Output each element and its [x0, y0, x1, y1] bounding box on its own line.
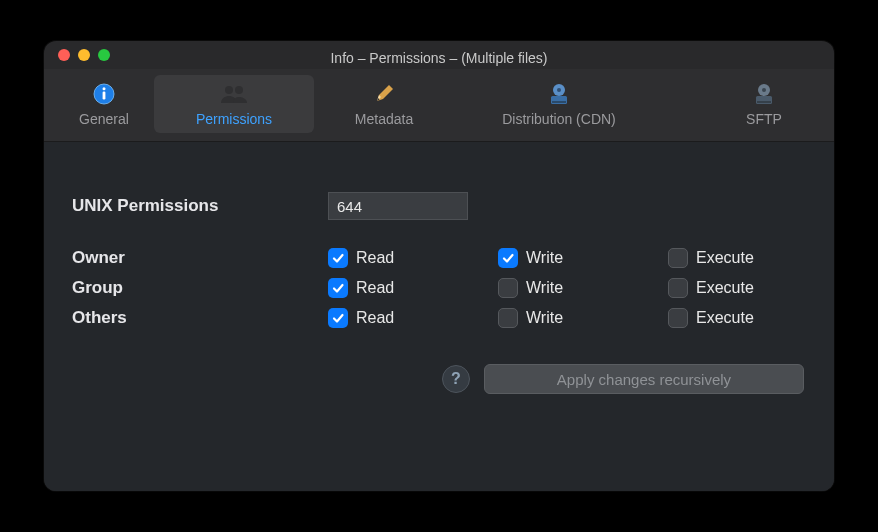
toolbar: General Permissions Metad [44, 69, 834, 142]
checkbox-checked-icon [328, 308, 348, 328]
tab-label: Metadata [355, 111, 413, 127]
svg-rect-9 [552, 101, 566, 103]
others-read-cell[interactable]: Read [328, 308, 498, 328]
checkbox-checked-icon [328, 248, 348, 268]
help-button[interactable]: ? [442, 365, 470, 393]
tab-label: SFTP [746, 111, 782, 127]
perm-text: Execute [696, 309, 754, 327]
svg-rect-13 [757, 101, 771, 103]
question-icon: ? [451, 370, 461, 388]
apply-label: Apply changes recursively [557, 371, 731, 388]
tab-label: General [79, 111, 129, 127]
group-read-cell[interactable]: Read [328, 278, 498, 298]
svg-point-8 [557, 88, 561, 92]
permissions-grid: Owner Read Write Execute Group [72, 248, 806, 328]
svg-point-12 [762, 88, 766, 92]
tab-metadata[interactable]: Metadata [314, 75, 454, 133]
owner-label: Owner [72, 248, 328, 268]
tab-permissions[interactable]: Permissions [154, 75, 314, 133]
disk-icon [548, 81, 570, 107]
owner-execute-cell[interactable]: Execute [668, 248, 834, 268]
perm-text: Write [526, 309, 563, 327]
perm-text: Read [356, 309, 394, 327]
perm-text: Read [356, 279, 394, 297]
perm-text: Execute [696, 279, 754, 297]
tab-label: Distribution (CDN) [502, 111, 616, 127]
checkbox-unchecked-icon [498, 308, 518, 328]
zoom-icon[interactable] [98, 49, 110, 61]
checkbox-unchecked-icon [668, 278, 688, 298]
info-window: Info – Permissions – (Multiple files) Ge… [44, 41, 834, 491]
group-write-cell[interactable]: Write [498, 278, 668, 298]
svg-point-5 [235, 86, 243, 94]
owner-read-cell[interactable]: Read [328, 248, 498, 268]
tab-general[interactable]: General [54, 75, 154, 133]
tab-distribution[interactable]: Distribution (CDN) [454, 75, 664, 133]
tab-label: Permissions [196, 111, 272, 127]
checkbox-unchecked-icon [498, 278, 518, 298]
close-icon[interactable] [58, 49, 70, 61]
disk-icon [753, 81, 775, 107]
checkbox-unchecked-icon [668, 248, 688, 268]
checkbox-checked-icon [498, 248, 518, 268]
perm-text: Write [526, 249, 563, 267]
others-write-cell[interactable]: Write [498, 308, 668, 328]
unix-permissions-row: UNIX Permissions [72, 192, 806, 220]
footer: ? Apply changes recursively [72, 364, 806, 394]
group-label: Group [72, 278, 328, 298]
perm-text: Read [356, 249, 394, 267]
apply-recursively-button[interactable]: Apply changes recursively [484, 364, 804, 394]
svg-rect-3 [103, 92, 106, 100]
tab-sftp[interactable]: SFTP [704, 75, 824, 133]
svg-point-2 [103, 87, 106, 90]
pencil-icon [373, 81, 395, 107]
checkbox-checked-icon [328, 278, 348, 298]
svg-point-4 [225, 86, 233, 94]
checkbox-unchecked-icon [668, 308, 688, 328]
titlebar: Info – Permissions – (Multiple files) [44, 41, 834, 69]
group-execute-cell[interactable]: Execute [668, 278, 834, 298]
others-execute-cell[interactable]: Execute [668, 308, 834, 328]
unix-permissions-input[interactable] [328, 192, 468, 220]
minimize-icon[interactable] [78, 49, 90, 61]
unix-permissions-label: UNIX Permissions [72, 196, 328, 216]
people-icon [220, 81, 248, 107]
traffic-lights [58, 49, 110, 61]
perm-text: Write [526, 279, 563, 297]
others-label: Others [72, 308, 328, 328]
perm-text: Execute [696, 249, 754, 267]
content-pane: UNIX Permissions Owner Read Write Execut… [44, 142, 834, 491]
owner-write-cell[interactable]: Write [498, 248, 668, 268]
info-icon [93, 81, 115, 107]
window-title: Info – Permissions – (Multiple files) [56, 44, 822, 66]
